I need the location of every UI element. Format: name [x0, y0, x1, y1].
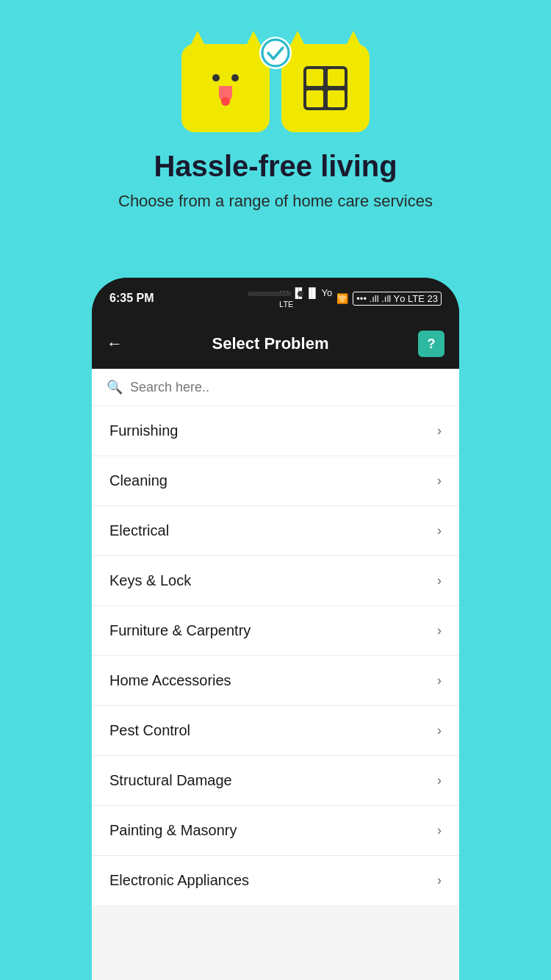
- app-header: ← Select Problem ?: [92, 319, 459, 369]
- list-item[interactable]: Furniture & Carpentry ›: [92, 606, 459, 656]
- menu-item-label: Furnishing: [109, 422, 178, 439]
- menu-item-label: Furniture & Carpentry: [109, 622, 251, 639]
- list-item[interactable]: Electrical ›: [92, 506, 459, 556]
- status-right-icons: ••• ▐▌▐▌ YoLTE 🛜 ••• .ıll .ıll Yо LTE 23: [279, 287, 442, 309]
- search-bar[interactable]: 🔍: [92, 369, 459, 406]
- wifi-icon: 🛜: [336, 293, 348, 304]
- hero-section: Hassle-free living Choose from a range o…: [0, 0, 551, 233]
- list-item[interactable]: Painting & Masonry ›: [92, 806, 459, 856]
- list-item[interactable]: Structural Damage ›: [92, 756, 459, 806]
- chevron-right-icon: ›: [437, 523, 442, 538]
- help-button[interactable]: ?: [418, 331, 444, 357]
- chevron-right-icon: ›: [437, 873, 442, 888]
- phone-camera-area: [248, 291, 303, 297]
- phone-mockup: 6:35 PM ••• ▐▌▐▌ YoLTE 🛜 ••• .ıll .ıll Y…: [92, 278, 459, 980]
- list-item[interactable]: Cleaning ›: [92, 456, 459, 506]
- back-button[interactable]: ←: [107, 334, 123, 353]
- list-item[interactable]: Home Accessories ›: [92, 656, 459, 706]
- chevron-right-icon: ›: [437, 473, 442, 489]
- menu-list: Furnishing › Cleaning › Electrical › Key…: [92, 406, 459, 905]
- menu-item-label: Electrical: [109, 522, 169, 539]
- app-title: Select Problem: [212, 334, 329, 353]
- subheadline: Choose from a range of home care service…: [118, 192, 433, 211]
- cat-mouth: [219, 86, 232, 102]
- list-item[interactable]: Electronic Appliances ›: [92, 856, 459, 905]
- chevron-right-icon: ›: [437, 673, 442, 688]
- battery-icon: ••• .ıll .ıll Yо LTE 23: [353, 292, 442, 306]
- phone-status-bar: 6:35 PM ••• ▐▌▐▌ YoLTE 🛜 ••• .ıll .ıll Y…: [92, 278, 459, 319]
- cat-mascot-box: [181, 44, 270, 132]
- cat-tongue: [221, 97, 230, 106]
- search-icon: 🔍: [107, 379, 123, 395]
- chevron-right-icon: ›: [437, 623, 442, 638]
- grid-cell-3: [306, 90, 323, 107]
- cat-eyes: [212, 74, 239, 82]
- headline: Hassle-free living: [154, 150, 397, 183]
- chevron-right-icon: ›: [437, 823, 442, 838]
- search-input[interactable]: [130, 380, 444, 395]
- cat-eye-right: [231, 74, 239, 82]
- status-time: 6:35 PM: [109, 292, 154, 305]
- grid-cell-2: [328, 69, 345, 86]
- menu-item-label: Home Accessories: [109, 672, 231, 689]
- list-item[interactable]: Pest Control ›: [92, 706, 459, 756]
- menu-item-label: Painting & Masonry: [109, 822, 237, 839]
- grid-pattern: [303, 66, 347, 110]
- mascot-container: [181, 44, 370, 132]
- app-content: ← Select Problem ? 🔍 Furnishing › Cleani…: [92, 319, 459, 980]
- menu-item-label: Pest Control: [109, 722, 190, 739]
- menu-item-label: Cleaning: [109, 472, 168, 489]
- chevron-right-icon: ›: [437, 573, 442, 588]
- menu-item-label: Structural Damage: [109, 772, 232, 789]
- list-item[interactable]: Furnishing ›: [92, 406, 459, 456]
- chevron-right-icon: ›: [437, 423, 442, 439]
- phone-camera-dot: [298, 291, 303, 297]
- chevron-right-icon: ›: [437, 723, 442, 738]
- chevron-right-icon: ›: [437, 773, 442, 788]
- grid-mascot-box: [281, 44, 370, 132]
- cat-eye-left: [212, 74, 220, 82]
- phone-speaker: [248, 292, 292, 296]
- grid-cell-4: [328, 90, 345, 107]
- menu-item-label: Electronic Appliances: [109, 872, 249, 889]
- grid-cell-1: [306, 69, 323, 86]
- menu-item-label: Keys & Lock: [109, 572, 191, 589]
- cat-face: [212, 74, 239, 102]
- list-item[interactable]: Keys & Lock ›: [92, 556, 459, 606]
- checkmark-badge: [259, 37, 292, 69]
